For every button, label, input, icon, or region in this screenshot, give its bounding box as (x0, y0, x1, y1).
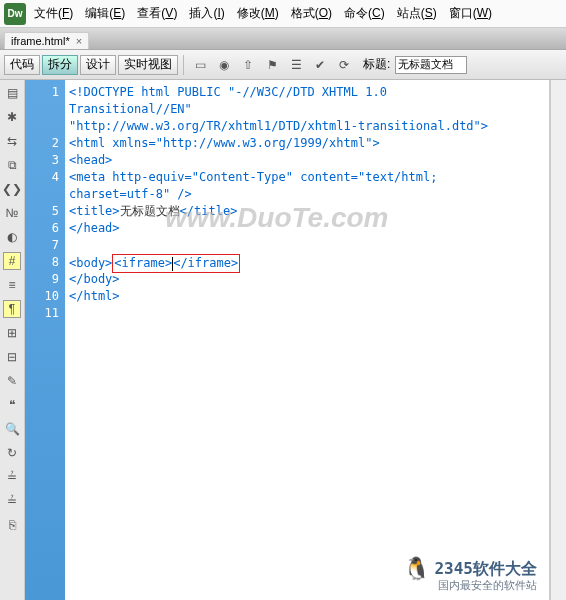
menu-edit[interactable]: 编辑(E) (85, 5, 125, 22)
document-tab[interactable]: iframe.html* × (4, 32, 89, 49)
line-numbers-icon[interactable]: № (3, 204, 21, 222)
tab-title: iframe.html* (11, 35, 70, 47)
collapse-icon[interactable]: ✱ (3, 108, 21, 126)
vertical-scrollbar[interactable] (550, 80, 566, 600)
balance-braces-icon[interactable]: ❮❯ (3, 180, 21, 198)
open-documents-icon[interactable]: ▤ (3, 84, 21, 102)
menu-modify[interactable]: 修改(M) (237, 5, 279, 22)
line-number: 3 (25, 152, 59, 169)
pin-icon[interactable]: ⎘ (3, 516, 21, 534)
select-parent-icon[interactable]: ⧉ (3, 156, 21, 174)
hidden-chars-icon[interactable]: ¶ (3, 300, 21, 318)
menu-command[interactable]: 命令(C) (344, 5, 385, 22)
split-view-button[interactable]: 拆分 (42, 55, 78, 75)
workspace: ▤ ✱ ⇆ ⧉ ❮❯ № ◐ # ≡ ¶ ⊞ ⊟ ✎ ❝ 🔍 ↻ ≟ ≟ ⎘ 1… (0, 80, 566, 600)
check-icon[interactable]: ✔ (309, 55, 331, 75)
line-number: 4 (25, 169, 59, 186)
multiscreen-icon[interactable]: ▭ (189, 55, 211, 75)
menu-bar: Dw 文件(F) 编辑(E) 查看(V) 插入(I) 修改(M) 格式(O) 命… (0, 0, 566, 28)
recent-icon[interactable]: ↻ (3, 444, 21, 462)
word-wrap-icon[interactable]: # (3, 252, 21, 270)
comment-icon[interactable]: ❝ (3, 396, 21, 414)
ad-overlay: 🐧2345软件大全 国内最安全的软件站 (403, 560, 537, 594)
flag-icon[interactable]: ⚑ (261, 55, 283, 75)
menu-view[interactable]: 查看(V) (137, 5, 177, 22)
outdent-icon[interactable]: ⊟ (3, 348, 21, 366)
design-view-button[interactable]: 设计 (80, 55, 116, 75)
menu-window[interactable]: 窗口(W) (449, 5, 492, 22)
refresh-icon[interactable]: ⟳ (333, 55, 355, 75)
highlight-icon[interactable]: ◐ (3, 228, 21, 246)
indent-icon[interactable]: ⊞ (3, 324, 21, 342)
line-number: 2 (25, 135, 59, 152)
syntax-icon[interactable]: ≡ (3, 276, 21, 294)
list-icon[interactable]: ☰ (285, 55, 307, 75)
line-number: 6 (25, 220, 59, 237)
code-editor[interactable]: <!DOCTYPE html PUBLIC "-//W3C//DTD XHTML… (65, 80, 550, 600)
mascot-icon: 🐧 (403, 560, 430, 577)
document-tab-bar: iframe.html* × (0, 28, 566, 50)
snippet-icon[interactable]: ✎ (3, 372, 21, 390)
document-toolbar: 代码 拆分 设计 实时视图 ▭ ◉ ⇧ ⚑ ☰ ✔ ⟳ 标题: (0, 50, 566, 80)
close-icon[interactable]: × (76, 35, 82, 47)
live-view-button[interactable]: 实时视图 (118, 55, 178, 75)
line-number: 10 (25, 288, 59, 305)
title-label: 标题: (363, 56, 390, 73)
ad-brand: 2345软件大全 (434, 560, 537, 577)
menu-site[interactable]: 站点(S) (397, 5, 437, 22)
highlighted-iframe-tag: <iframe></iframe> (112, 254, 240, 273)
expand-icon[interactable]: ⇆ (3, 132, 21, 150)
title-input[interactable] (395, 56, 467, 74)
move-down-icon[interactable]: ≟ (3, 492, 21, 510)
globe-icon[interactable]: ◉ (213, 55, 235, 75)
line-number: 8 (25, 254, 59, 271)
menu-insert[interactable]: 插入(I) (189, 5, 224, 22)
code-view-button[interactable]: 代码 (4, 55, 40, 75)
line-number: 1 (25, 84, 59, 101)
find-icon[interactable]: 🔍 (3, 420, 21, 438)
app-logo: Dw (4, 3, 26, 25)
code-toolbar-rail: ▤ ✱ ⇆ ⧉ ❮❯ № ◐ # ≡ ¶ ⊞ ⊟ ✎ ❝ 🔍 ↻ ≟ ≟ ⎘ (0, 80, 25, 600)
line-number: 9 (25, 271, 59, 288)
menu-format[interactable]: 格式(O) (291, 5, 332, 22)
separator (183, 55, 184, 75)
line-number: 7 (25, 237, 59, 254)
line-number-gutter: 1 2 3 4 5 6 7 8 9 10 11 (25, 80, 65, 600)
move-up-icon[interactable]: ≟ (3, 468, 21, 486)
upload-icon[interactable]: ⇧ (237, 55, 259, 75)
menu-file[interactable]: 文件(F) (34, 5, 73, 22)
line-number: 11 (25, 305, 59, 322)
line-number: 5 (25, 203, 59, 220)
